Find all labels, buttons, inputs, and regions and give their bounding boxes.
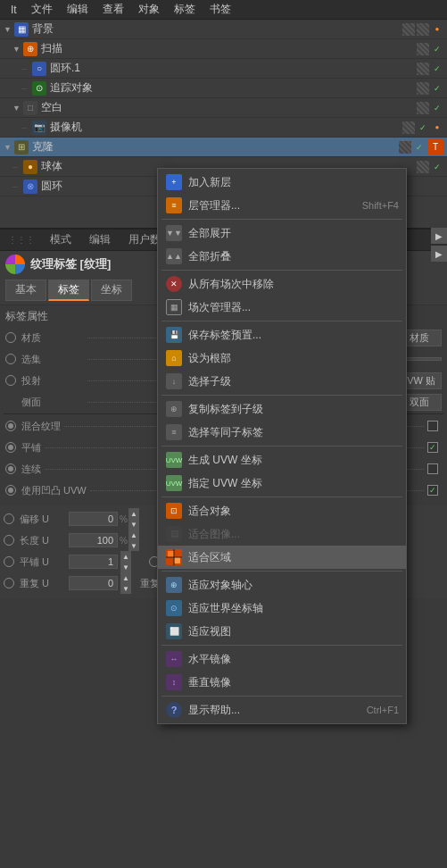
radio-tile-u[interactable] xyxy=(4,556,14,567)
svg-rect-2 xyxy=(174,557,180,563)
ctx-fit-obj[interactable]: ⊡ 适合对象 xyxy=(158,499,406,522)
arrow-right-1[interactable]: ▶ xyxy=(431,228,447,244)
tag-title: 纹理标签 [纹理] xyxy=(30,256,111,272)
menu-bookmark[interactable]: 书签 xyxy=(203,0,238,19)
check-blend[interactable] xyxy=(427,421,438,431)
menu-tag[interactable]: 标签 xyxy=(167,0,203,19)
check-uvw[interactable]: ✓ xyxy=(427,485,438,496)
menu-view[interactable]: 查看 xyxy=(95,0,131,19)
ctx-label-mirror-h: 水平镜像 xyxy=(188,652,399,667)
icon-circle1: ○ xyxy=(32,62,46,76)
ctx-fit-region[interactable]: 适合区域 xyxy=(158,546,406,569)
ctx-fit-img[interactable]: 🖼 适合图像... xyxy=(158,522,406,546)
icon-scan: ⊕ xyxy=(23,42,37,56)
ctx-set-root[interactable]: ⌂ 设为根部 xyxy=(158,346,406,370)
radio-repeat-u[interactable] xyxy=(4,578,14,588)
radio-uvw[interactable] xyxy=(5,485,16,496)
check-sphere: ✓ xyxy=(431,161,443,173)
ctx-fit-axis[interactable]: ⊕ 适应对象轴心 xyxy=(158,573,406,597)
ctx-save-tag[interactable]: 💾 保存标签预置... xyxy=(158,323,406,346)
fold-sphere: ─ xyxy=(12,163,21,171)
ctx-div7 xyxy=(161,571,402,572)
ctx-select-child[interactable]: ↓ 选择子级 xyxy=(158,370,406,393)
ctx-icon-copy: ⊕ xyxy=(165,400,183,418)
scene-row-scan[interactable]: ⊕ 扫描 ✓ xyxy=(0,39,447,59)
input-offset-u[interactable] xyxy=(69,512,118,526)
spin-up-offset-u[interactable]: ▲ xyxy=(128,508,139,519)
mode-btn-mode[interactable]: 模式 xyxy=(45,230,77,249)
scene-row-empty[interactable]: □ 空白 ✓ xyxy=(0,98,447,118)
ctx-assign-uvw[interactable]: UVW 指定 UVW 坐标 xyxy=(158,472,406,495)
mode-btn-edit[interactable]: 编辑 xyxy=(84,230,116,249)
fold-scan[interactable] xyxy=(12,45,21,54)
ctx-icon-gen-uvw: UVW xyxy=(165,451,183,469)
ctx-collapse-all[interactable]: ▲▲ 全部折叠 xyxy=(158,245,406,268)
spin-down-offset-u[interactable]: ▼ xyxy=(128,519,139,530)
spin-down-repeat-u[interactable]: ▼ xyxy=(120,583,131,594)
ctx-fit-world[interactable]: ⊙ 适应世界坐标轴 xyxy=(158,597,406,620)
ctx-layer-mgr[interactable]: ≡ 层管理器... Shift+F4 xyxy=(158,194,406,217)
render-camera xyxy=(402,121,415,134)
tag-clone: T xyxy=(427,139,443,155)
ctx-remove-scene[interactable]: ✕ 从所有场次中移除 xyxy=(158,272,406,296)
tab-basic[interactable]: 基本 xyxy=(5,280,46,301)
ctx-gen-uvw[interactable]: UVW 生成 UVW 坐标 xyxy=(158,448,406,472)
input-tile-u[interactable] xyxy=(69,555,118,569)
input-length-u[interactable] xyxy=(69,533,118,547)
spin-up-repeat-u[interactable]: ▲ xyxy=(120,572,131,583)
label-track: 追踪对象 xyxy=(50,80,417,96)
radio-tile[interactable] xyxy=(5,442,16,453)
check-continuous[interactable] xyxy=(427,463,438,474)
unit-length-u: % xyxy=(120,536,128,546)
menu-object[interactable]: 对象 xyxy=(131,0,167,19)
tab-coord[interactable]: 坐标 xyxy=(91,280,132,301)
radio-blend[interactable] xyxy=(5,421,16,431)
radio-proj[interactable] xyxy=(5,375,16,386)
scene-row-clone[interactable]: ⊞ 克隆 ✓ T xyxy=(0,138,447,157)
radio-offset-u[interactable] xyxy=(4,513,14,524)
ctx-mirror-h[interactable]: ↔ 水平镜像 xyxy=(158,647,406,671)
spin-down-length-u[interactable]: ▼ xyxy=(128,540,139,551)
radio-material[interactable] xyxy=(5,332,16,343)
spin-up-length-u[interactable]: ▲ xyxy=(128,530,139,540)
ctx-expand-all[interactable]: ▼▼ 全部展开 xyxy=(158,221,406,245)
ctx-scene-mgr[interactable]: ▦ 场次管理器... xyxy=(158,296,406,319)
spin-down-tile-u[interactable]: ▼ xyxy=(120,562,131,572)
fold-empty[interactable] xyxy=(12,104,21,113)
input-repeat-u[interactable] xyxy=(69,576,118,590)
radio-select[interactable] xyxy=(5,354,16,364)
label-empty: 空白 xyxy=(41,100,417,115)
tab-tag[interactable]: 标签 xyxy=(48,280,89,301)
spin-offset-u: ▲ ▼ xyxy=(128,508,139,530)
check-track: ✓ xyxy=(431,82,443,95)
radio-length-u[interactable] xyxy=(4,535,14,546)
check-tile[interactable]: ✓ xyxy=(427,442,438,453)
scene-row-camera[interactable]: ─ 📷 摄像机 ✓ ● xyxy=(0,118,447,138)
spin-up-tile-u[interactable]: ▲ xyxy=(120,551,131,562)
ctx-copy-tag[interactable]: ⊕ 复制标签到子级 xyxy=(158,397,406,421)
ctx-shortcut-help: Ctrl+F1 xyxy=(367,705,399,715)
scene-row-track[interactable]: ─ ⊙ 追踪对象 ✓ xyxy=(0,79,447,98)
fold-clone[interactable] xyxy=(4,143,12,152)
scene-row-background[interactable]: ▦ 背景 ● xyxy=(0,20,447,39)
menu-file[interactable]: 文件 xyxy=(24,0,60,19)
ctx-div2 xyxy=(161,270,402,271)
ctx-icon-fit-view: ⬜ xyxy=(165,622,183,640)
label-scan: 扫描 xyxy=(41,41,417,56)
scene-row-circle1[interactable]: ─ ○ 圆环.1 ✓ xyxy=(0,59,447,79)
ctx-help[interactable]: ? 显示帮助... Ctrl+F1 xyxy=(158,698,406,722)
mode-dots: ⋮⋮⋮ xyxy=(5,235,37,245)
ctx-div1 xyxy=(161,219,402,220)
row-icons-circle1: ✓ xyxy=(417,63,447,75)
menu-it[interactable]: It xyxy=(4,2,24,18)
ctx-icon-fit-region xyxy=(165,548,183,566)
render-empty xyxy=(417,102,429,114)
ctx-mirror-v[interactable]: ↕ 垂直镜像 xyxy=(158,671,406,694)
ctx-same-tag[interactable]: ≡ 选择等同子标签 xyxy=(158,421,406,444)
arrow-right-2[interactable]: ▶ xyxy=(431,246,447,262)
fold-background[interactable] xyxy=(4,25,12,34)
radio-continuous[interactable] xyxy=(5,463,16,474)
ctx-fit-view[interactable]: ⬜ 适应视图 xyxy=(158,620,406,643)
ctx-add-layer[interactable]: + 加入新层 xyxy=(158,171,406,194)
menu-edit[interactable]: 编辑 xyxy=(60,0,95,19)
